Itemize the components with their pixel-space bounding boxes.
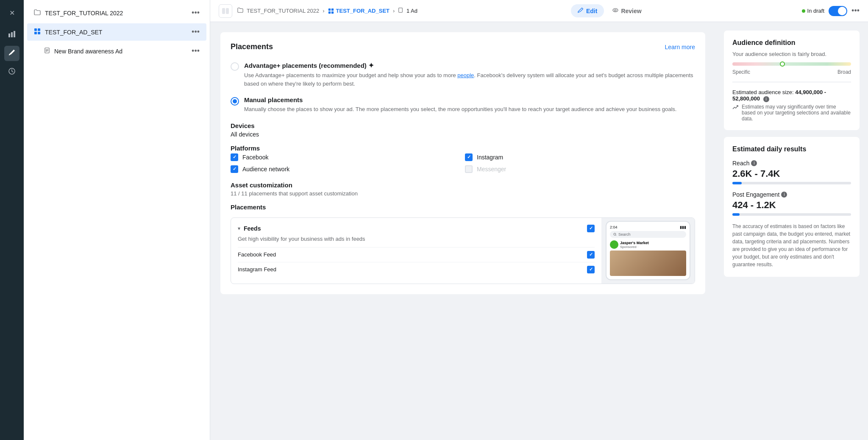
chart-nav-button[interactable] xyxy=(4,27,19,42)
placements-section-title: Placements xyxy=(231,203,695,211)
estimated-results-card: Estimated daily results Reach i 2.6K - 7… xyxy=(724,137,860,277)
instagram-feed-item: Instagram Feed xyxy=(238,262,595,277)
close-button[interactable]: ✕ xyxy=(4,5,19,20)
phone-avatar xyxy=(610,240,618,249)
draft-status: In draft xyxy=(802,8,824,14)
post-engagement-bar-fill xyxy=(732,213,740,216)
messenger-checkbox[interactable] xyxy=(465,165,473,173)
people-link[interactable]: people xyxy=(457,72,474,78)
platforms-label: Platforms xyxy=(231,145,695,152)
top-bar-left: TEST_FOR_TUTORIAL 2022 › TEST_FOR_AD_SET… xyxy=(219,4,417,18)
facebook-feed-checkbox[interactable] xyxy=(587,251,595,259)
phone-search-bar: Search xyxy=(610,231,686,238)
devices-label: Devices xyxy=(231,122,695,129)
edit-nav-button[interactable] xyxy=(4,46,19,61)
adset-more-icon[interactable]: ••• xyxy=(192,28,200,36)
manual-text: Manual placements Manually choose the pl… xyxy=(244,96,676,114)
breadcrumb-campaign: TEST_FOR_TUTORIAL 2022 xyxy=(247,8,319,14)
facebook-checkbox[interactable] xyxy=(231,153,238,161)
phone-signal-icon: ▮▮▮ xyxy=(680,225,686,229)
placements-header: Placements Learn more xyxy=(231,42,695,51)
feeds-desc: Get high visibility for your business wi… xyxy=(238,236,595,242)
messenger-label: Messenger xyxy=(477,166,506,173)
chart-icon xyxy=(8,30,16,39)
svg-rect-0 xyxy=(8,33,10,37)
audience-bar-labels: Specific Broad xyxy=(732,69,851,75)
instagram-feed-checkbox[interactable] xyxy=(587,266,595,273)
sidebar-item-ad[interactable]: New Brand awareness Ad ••• xyxy=(27,42,206,60)
svg-rect-11 xyxy=(328,8,330,10)
audience-network-platform[interactable]: Audience network xyxy=(231,165,461,173)
phone-post: Jasper's Market Sponsored · xyxy=(610,240,686,276)
learn-more-link[interactable]: Learn more xyxy=(665,44,695,50)
audience-note-text: Estimates may vary significantly over ti… xyxy=(742,104,851,122)
phone-post-name: Jasper's Market xyxy=(620,241,649,245)
adset-label: TEST_FOR_AD_SET xyxy=(45,29,102,36)
phone-post-sub: Sponsored · xyxy=(620,245,649,249)
breadcrumb-adset[interactable]: TEST_FOR_AD_SET xyxy=(328,8,389,14)
svg-point-16 xyxy=(613,8,618,12)
draft-dot xyxy=(802,9,805,13)
manual-radio[interactable] xyxy=(231,97,239,106)
trend-icon xyxy=(732,104,739,112)
instagram-feed-label: Instagram Feed xyxy=(238,266,276,273)
svg-rect-13 xyxy=(328,11,330,13)
advantage-radio[interactable] xyxy=(231,62,239,71)
placements-title: Placements xyxy=(231,42,273,51)
audience-bar-indicator xyxy=(780,61,785,67)
audience-network-checkbox[interactable] xyxy=(231,165,238,173)
more-options-button[interactable]: ••• xyxy=(851,6,860,15)
manual-placement-option[interactable]: Manual placements Manually choose the pl… xyxy=(231,96,695,114)
audience-note: Estimates may vary significantly over ti… xyxy=(732,104,851,122)
placements-card: Placements Learn more Advantage+ placeme… xyxy=(220,32,705,294)
sidebar-item-campaign[interactable]: TEST_FOR_TUTORIAL 2022 ••• xyxy=(27,4,206,22)
audience-size: Estimated audience size: 44,900,000 - 52… xyxy=(732,89,851,102)
advantage-text: Advantage+ placements (recommended) ✦ Us… xyxy=(244,61,695,88)
svg-rect-4 xyxy=(34,28,37,31)
messenger-platform[interactable]: Messenger xyxy=(465,165,695,173)
facebook-feed-label: Facebook Feed xyxy=(238,251,276,258)
specific-label: Specific xyxy=(732,69,750,75)
main-panel: Placements Learn more Advantage+ placeme… xyxy=(210,22,715,440)
facebook-label: Facebook xyxy=(242,154,268,161)
campaign-more-icon[interactable]: ••• xyxy=(192,8,200,17)
feeds-preview: 2:04 ▮▮▮ Search xyxy=(601,218,695,284)
manual-label: Manual placements xyxy=(244,96,676,103)
phone-post-header: Jasper's Market Sponsored · xyxy=(610,240,686,249)
feeds-title-row: ▾ Feeds xyxy=(238,225,261,232)
advantage-desc: Use Advantage+ placements to maximize yo… xyxy=(244,71,695,88)
phone-mockup: 2:04 ▮▮▮ Search xyxy=(606,221,690,280)
divider xyxy=(732,82,851,82)
audience-definition-card: Audience definition Your audience select… xyxy=(724,31,860,130)
phone-search-text: Search xyxy=(618,232,631,237)
audience-network-label: Audience network xyxy=(242,166,289,173)
reach-label: Reach i xyxy=(732,160,851,167)
breadcrumb-folder-icon xyxy=(237,7,243,14)
facebook-platform[interactable]: Facebook xyxy=(231,153,461,161)
instagram-platform[interactable]: Instagram xyxy=(465,153,695,161)
sidebar-toggle-button[interactable] xyxy=(219,4,232,18)
phone-time: 2:04 xyxy=(610,225,618,229)
feeds-checkbox[interactable] xyxy=(587,225,595,232)
feeds-collapse-icon[interactable]: ▾ xyxy=(238,226,240,231)
ad-more-icon[interactable]: ••• xyxy=(192,47,200,56)
sidebar-item-adset[interactable]: TEST_FOR_AD_SET ••• xyxy=(27,23,206,41)
svg-rect-7 xyxy=(38,32,40,34)
edit-tab[interactable]: Edit xyxy=(571,4,604,17)
icon-sidebar: ✕ xyxy=(0,0,24,440)
audience-definition-title: Audience definition xyxy=(732,39,851,47)
feeds-header: ▾ Feeds xyxy=(238,225,595,232)
review-tab-label: Review xyxy=(621,8,641,14)
post-engagement-value: 424 - 1.2K xyxy=(732,200,851,211)
instagram-checkbox[interactable] xyxy=(465,153,473,161)
review-tab[interactable]: Review xyxy=(606,4,648,17)
status-toggle[interactable] xyxy=(829,6,847,16)
reach-bar-bg xyxy=(732,182,851,184)
audience-bar-container xyxy=(732,62,851,66)
advantage-placement-option[interactable]: Advantage+ placements (recommended) ✦ Us… xyxy=(231,61,695,88)
reach-metric: Reach i 2.6K - 7.4K xyxy=(732,160,851,184)
ad-label: New Brand awareness Ad xyxy=(54,48,122,55)
clock-nav-button[interactable] xyxy=(4,64,19,80)
audience-info-icon: i xyxy=(763,96,769,102)
adset-grid-icon xyxy=(34,28,41,36)
